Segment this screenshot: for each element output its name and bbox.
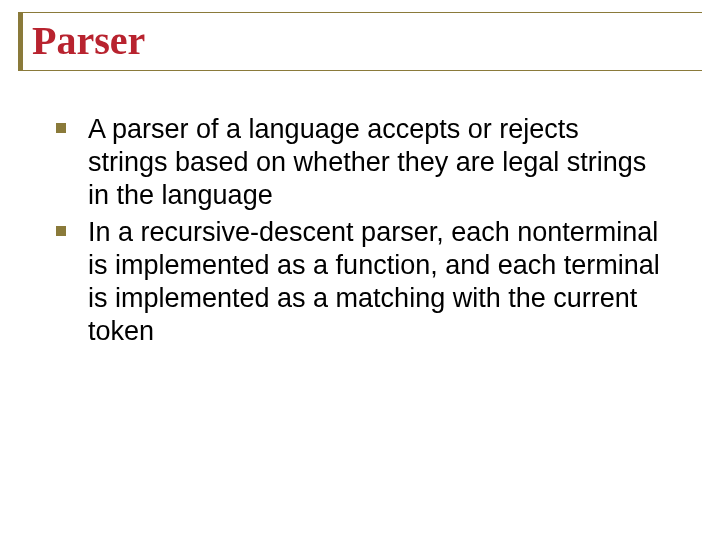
slide-body: A parser of a language accepts or reject…	[18, 113, 702, 348]
slide-title: Parser	[18, 17, 702, 64]
slide: Parser A parser of a language accepts or…	[0, 0, 720, 540]
list-item: A parser of a language accepts or reject…	[56, 113, 662, 212]
bullet-text: In a recursive-descent parser, each nont…	[88, 216, 662, 348]
bullet-icon	[56, 226, 66, 236]
bullet-icon	[56, 123, 66, 133]
list-item: In a recursive-descent parser, each nont…	[56, 216, 662, 348]
title-block: Parser	[18, 12, 702, 71]
bullet-text: A parser of a language accepts or reject…	[88, 113, 662, 212]
